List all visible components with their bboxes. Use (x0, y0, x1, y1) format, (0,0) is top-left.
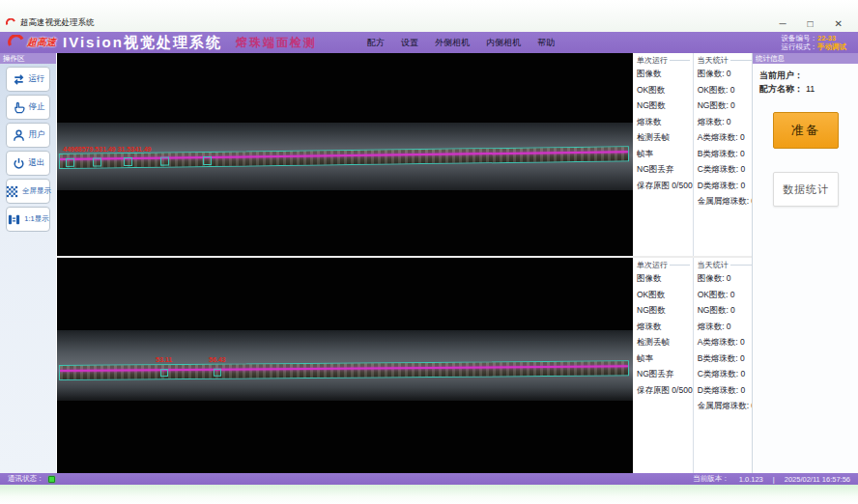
detection-sub-box (214, 369, 221, 377)
stat-item: NG图丢弃 (637, 161, 693, 178)
camera-image-band: 53.11 56.43 (57, 330, 633, 401)
camera-viewports: 44968579.531.49 31.5341.49 53.11 (57, 53, 633, 473)
power-icon (12, 156, 26, 171)
menu-item-outer-camera[interactable]: 外侧相机 (435, 37, 470, 49)
recipe-name-value: 11 (806, 84, 815, 94)
stat-item: 保存原图 0/500 (637, 178, 693, 194)
stat-item: 熔珠数 (637, 319, 693, 335)
statistics-column: 单次运行 图像数 OK图数 NG图数 熔珠数 检测丢帧 帧率 NG图丢弃 保存原… (633, 53, 752, 473)
menu-item-help[interactable]: 帮助 (537, 37, 555, 49)
version-value: 1.0.123 (739, 475, 763, 484)
detection-sub-box (203, 156, 212, 165)
menu-item-settings[interactable]: 设置 (401, 37, 418, 49)
window-title: 超高速视觉处理系统 (20, 17, 779, 29)
one-to-one-icon (7, 212, 21, 227)
daily-stats: 当天统计 图像数: 0 OK图数: 0 NG图数: 0 熔珠数: 0 A类熔珠数… (693, 53, 756, 256)
current-user-label: 当前用户： (759, 70, 803, 80)
version-label: 当前版本： (693, 474, 729, 484)
camera-viewport-bottom[interactable]: 53.11 56.43 (57, 258, 633, 473)
group-title: 单次运行 (637, 55, 668, 66)
stat-item: 保存原图 0/500 (637, 382, 693, 399)
stat-item: OK图数: 0 (698, 287, 756, 303)
detection-box (59, 360, 629, 380)
close-button[interactable]: ✕ (835, 19, 843, 29)
detection-sub-box (160, 369, 168, 377)
stat-item: D类熔珠数: 0 (698, 382, 756, 399)
detection-sub-box (66, 158, 74, 167)
stat-item: 检测丢帧 (637, 129, 693, 146)
group-title: 当天统计 (698, 55, 729, 66)
stat-item: 图像数 (637, 66, 693, 82)
stat-item: NG图数 (637, 98, 693, 114)
stat-item: 帧率 (637, 146, 693, 162)
info-panel-title: 统计信息 (753, 53, 858, 64)
stat-item: 图像数: 0 (698, 66, 756, 82)
stop-button-label: 停止 (29, 101, 45, 113)
exit-button-label: 退出 (29, 157, 45, 169)
stat-item: 熔珠数: 0 (698, 319, 756, 335)
single-run-stats: 单次运行 图像数 OK图数 NG图数 熔珠数 检测丢帧 帧率 NG图丢弃 保存原… (633, 258, 693, 473)
user-icon (12, 128, 26, 143)
stat-item: NG图数: 0 (698, 98, 756, 114)
brand-logo-icon (8, 35, 25, 50)
data-statistics-button[interactable]: 数据统计 (773, 172, 839, 207)
stat-item: C类熔珠数: 0 (698, 161, 756, 178)
titlebar: 超高速视觉处理系统 ─ □ ✕ (0, 0, 858, 32)
stat-item: 图像数 (637, 270, 693, 287)
device-info: 设备编号：22-33 运行模式：手动调试 (782, 34, 851, 51)
prepare-button[interactable]: 准备 (773, 112, 839, 149)
stat-item: 熔珠数 (637, 114, 693, 130)
fullscreen-button[interactable]: 全屏显示 (6, 179, 50, 204)
one-to-one-button[interactable]: 1:1显示 (6, 207, 50, 232)
app-icon (6, 18, 16, 29)
main-menu: 配方 设置 外侧相机 内侧相机 帮助 (367, 37, 555, 49)
run-button[interactable]: 运行 (6, 67, 50, 92)
group-title: 当天统计 (698, 260, 729, 270)
stat-item: 检测丢帧 (637, 334, 693, 350)
operation-panel-title: 操作区 (0, 53, 56, 64)
stat-item: NG图数: 0 (698, 302, 756, 319)
stat-item: B类熔珠数: 0 (698, 350, 756, 367)
single-run-stats: 单次运行 图像数 OK图数 NG图数 熔珠数 检测丢帧 帧率 NG图丢弃 保存原… (633, 53, 693, 256)
device-number-label: 设备编号： (782, 34, 818, 42)
stat-item: D类熔珠数: 0 (698, 178, 756, 194)
statusbar-separator: | (773, 475, 775, 484)
menu-item-recipe[interactable]: 配方 (367, 37, 385, 49)
stat-item: OK图数: 0 (698, 82, 756, 98)
stop-button[interactable]: 停止 (6, 95, 50, 120)
user-button[interactable]: 用户 (6, 123, 50, 148)
run-mode-label: 运行模式： (782, 42, 818, 51)
stat-item: OK图数 (637, 287, 693, 303)
stat-item: OK图数 (637, 82, 693, 98)
exit-button[interactable]: 退出 (6, 151, 50, 176)
measurement-annotation: 56.43 (209, 356, 226, 363)
minimize-button[interactable]: ─ (779, 19, 786, 29)
stat-item: C类熔珠数: 0 (698, 366, 756, 382)
one-to-one-button-label: 1:1显示 (24, 214, 48, 224)
statistics-info-panel: 统计信息 当前用户： 配方名称：11 准备 数据统计 (752, 53, 858, 473)
run-mode-value: 手动调试 (817, 42, 846, 51)
app-subtitle: 熔珠端面检测 (236, 35, 317, 51)
stat-item: 图像数: 0 (698, 270, 756, 287)
brand-logo-text: 超高速 (27, 36, 56, 49)
stats-panel-top: 单次运行 图像数 OK图数 NG图数 熔珠数 检测丢帧 帧率 NG图丢弃 保存原… (633, 53, 752, 256)
daily-stats: 当天统计 图像数: 0 OK图数: 0 NG图数: 0 熔珠数: 0 A类熔珠数… (693, 258, 756, 473)
app-title: IVision视觉处理系统 (63, 34, 222, 52)
maximize-button[interactable]: □ (808, 19, 814, 29)
user-button-label: 用户 (29, 129, 45, 141)
app-header: 超高速 IVision视觉处理系统 熔珠端面检测 配方 设置 外侧相机 内侧相机… (0, 32, 858, 53)
camera-viewport-top[interactable]: 44968579.531.49 31.5341.49 (57, 53, 633, 256)
measurement-annotation: 53.11 (156, 356, 172, 363)
group-title: 单次运行 (637, 260, 668, 270)
menu-item-inner-camera[interactable]: 内侧相机 (486, 37, 521, 49)
stat-item: 帧率 (637, 350, 693, 367)
stat-item: NG图丢弃 (637, 366, 693, 382)
stat-item: 熔珠数: 0 (698, 114, 756, 130)
stop-hand-icon (12, 100, 26, 115)
fullscreen-button-label: 全屏显示 (22, 186, 51, 196)
comm-status-indicator (48, 476, 55, 483)
desktop-background (0, 485, 858, 504)
run-arrows-icon (12, 72, 26, 87)
datetime-value: 2025/02/11 16:57:56 (785, 475, 850, 484)
stat-item: A类熔珠数: 0 (698, 334, 756, 350)
